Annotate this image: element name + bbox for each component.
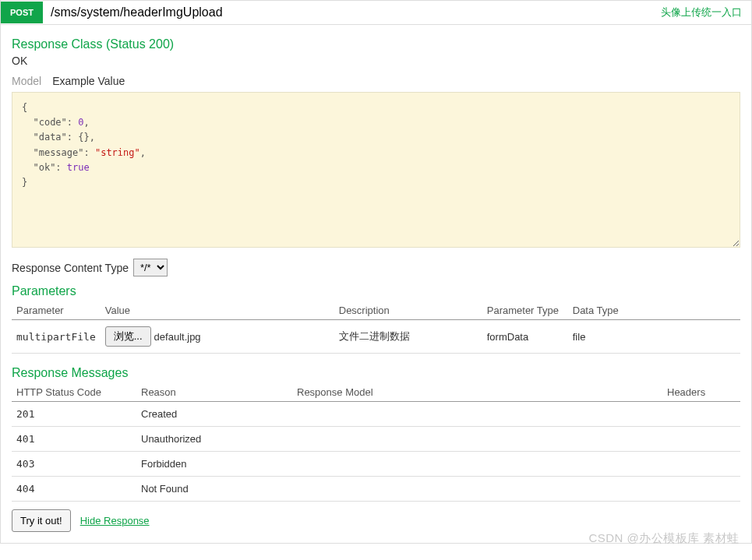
example-value-box[interactable]: { "code": 0, "data": {}, "message": "str…: [12, 92, 740, 248]
file-name-label: default.jpg: [154, 331, 201, 343]
table-row: multipartFile 浏览... default.jpg 文件二进制数据 …: [12, 320, 740, 354]
status-code: 401: [12, 427, 136, 452]
col-reason: Reason: [136, 383, 292, 402]
status-code: 404: [12, 477, 136, 502]
table-row: 403 Forbidden: [12, 452, 740, 477]
response-content-type-select[interactable]: */*: [133, 259, 168, 276]
status-reason: Unauthorized: [136, 427, 292, 452]
operation-header[interactable]: POST /sms/system/headerImgUpload 头像上传统一入…: [1, 1, 751, 25]
col-description: Description: [334, 301, 482, 320]
col-parameter-type: Parameter Type: [482, 301, 568, 320]
col-parameter: Parameter: [12, 301, 101, 320]
operation-body: Response Class (Status 200) OK Model Exa…: [1, 25, 751, 543]
file-browse-button[interactable]: 浏览...: [105, 326, 151, 347]
action-row: Try it out! Hide Response: [12, 509, 740, 532]
status-reason: Created: [136, 402, 292, 427]
response-messages-table: HTTP Status Code Reason Response Model H…: [12, 383, 740, 502]
response-class-title: Response Class (Status 200): [12, 37, 740, 51]
param-data-type: file: [568, 320, 740, 354]
col-headers: Headers: [662, 383, 740, 402]
status-code: 403: [12, 452, 136, 477]
status-reason: Not Found: [136, 477, 292, 502]
col-data-type: Data Type: [568, 301, 740, 320]
table-row: 201 Created: [12, 402, 740, 427]
response-content-type-row: Response Content Type */*: [12, 259, 740, 276]
col-http-status: HTTP Status Code: [12, 383, 136, 402]
try-it-out-button[interactable]: Try it out!: [12, 509, 71, 532]
parameters-table: Parameter Value Description Parameter Ty…: [12, 301, 740, 354]
hide-response-link[interactable]: Hide Response: [80, 515, 150, 527]
param-type: formData: [482, 320, 568, 354]
method-badge: POST: [1, 2, 43, 23]
param-description: 文件二进制数据: [334, 320, 482, 354]
status-reason: Forbidden: [136, 452, 292, 477]
param-value-cell: 浏览... default.jpg: [101, 320, 334, 354]
table-row: 401 Unauthorized: [12, 427, 740, 452]
tab-example-value[interactable]: Example Value: [52, 75, 125, 87]
col-response-model: Response Model: [292, 383, 662, 402]
response-status-text: OK: [12, 55, 740, 67]
status-code: 201: [12, 402, 136, 427]
endpoint-summary: 头像上传统一入口: [651, 1, 751, 24]
response-messages-title: Response Messages: [12, 366, 740, 380]
response-content-type-label: Response Content Type: [12, 262, 129, 274]
param-name: multipartFile: [12, 320, 101, 354]
tab-model[interactable]: Model: [12, 75, 41, 87]
table-row: 404 Not Found: [12, 477, 740, 502]
endpoint-path: /sms/system/headerImgUpload: [43, 1, 651, 24]
col-value: Value: [101, 301, 334, 320]
parameters-title: Parameters: [12, 284, 740, 298]
operation-panel: POST /sms/system/headerImgUpload 头像上传统一入…: [0, 0, 752, 544]
schema-tabs: Model Example Value: [12, 75, 740, 87]
